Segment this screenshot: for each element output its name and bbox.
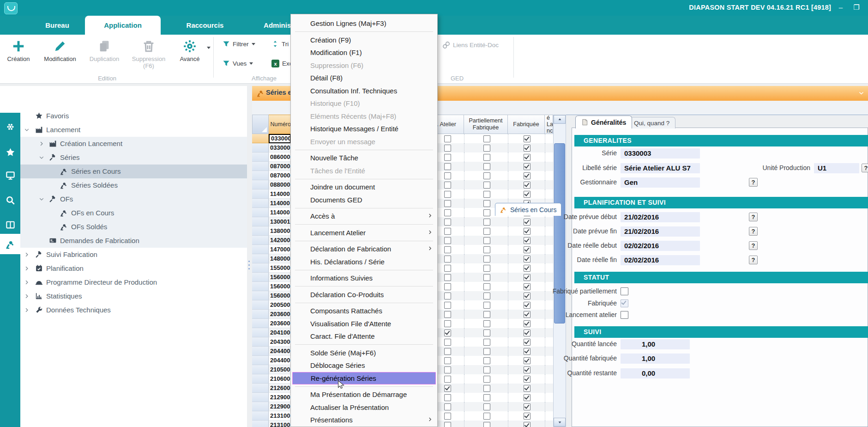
row-selector[interactable]: [252, 152, 269, 162]
toolbar-button-modification[interactable]: Modification: [39, 37, 81, 79]
row-selector[interactable]: [252, 199, 269, 208]
cell-qte[interactable]: [545, 328, 554, 337]
rail-item-columns[interactable]: [0, 214, 20, 235]
checkbox-part[interactable]: [483, 182, 490, 189]
menu-item-lancement-atelier[interactable]: Lancement Atelier: [291, 226, 437, 239]
cell-numero[interactable]: 204400: [269, 356, 291, 365]
checkbox-part[interactable]: [483, 348, 490, 355]
checkbox-part[interactable]: [483, 237, 490, 244]
checkbox-atelier[interactable]: [444, 366, 451, 373]
checkbox-atelier[interactable]: [444, 246, 451, 253]
field-date-prevue-fin[interactable]: 21/02/2016: [621, 226, 700, 237]
checkbox-part[interactable]: [483, 385, 490, 392]
checkbox-part[interactable]: [483, 256, 490, 262]
cell-fab[interactable]: [508, 328, 545, 337]
checkbox-atelier[interactable]: [444, 293, 451, 299]
checkbox-atelier[interactable]: [444, 265, 451, 272]
cell-numero[interactable]: 156000: [269, 282, 291, 291]
checkbox-fab[interactable]: [524, 172, 530, 179]
cell-numero[interactable]: 130001: [269, 217, 291, 226]
cell-fab[interactable]: [508, 254, 545, 263]
checkbox-atelier[interactable]: [444, 320, 451, 327]
cell-numero[interactable]: 088000: [269, 180, 291, 189]
cell-fab[interactable]: [508, 171, 545, 180]
checkbox-fab[interactable]: [524, 145, 530, 152]
checkbox-atelier[interactable]: [444, 145, 451, 152]
cell-fab[interactable]: [508, 226, 545, 236]
checkbox-fab[interactable]: [524, 329, 530, 336]
field-unite-production[interactable]: U1: [814, 163, 859, 173]
row-selector[interactable]: [252, 180, 269, 189]
menu-item-historique-messages-entite[interactable]: Historique Messages / Entité: [291, 122, 437, 135]
field-libelle-serie[interactable]: Série Atelier ALU S7: [621, 163, 700, 173]
row-selector[interactable]: [252, 245, 269, 254]
cell-numero[interactable]: 114000: [269, 189, 291, 199]
checkbox-fab[interactable]: [524, 339, 530, 346]
help-button-date-reelle-debut[interactable]: ?: [749, 241, 758, 250]
cell-part[interactable]: [464, 384, 508, 393]
row-selector[interactable]: [252, 226, 269, 236]
cell-qte[interactable]: [545, 384, 554, 393]
scrollbar-up-arrow[interactable]: [554, 115, 566, 124]
cell-fab[interactable]: [508, 356, 545, 365]
sidebar-item-creation-lancement[interactable]: Création Lancement: [20, 137, 247, 151]
menu-item-composants-rattaches[interactable]: Composants Rattachés: [291, 305, 437, 317]
cell-numero[interactable]: 204400: [269, 347, 291, 356]
cell-fab[interactable]: [508, 162, 545, 171]
row-selector[interactable]: [252, 337, 269, 347]
menu-item-modification-f1[interactable]: Modification (F1): [291, 46, 437, 59]
sidebar-item-programme-directeur-de-production[interactable]: Programme Directeur de Production: [20, 275, 247, 289]
checkbox-atelier[interactable]: [444, 385, 451, 392]
checkbox-part[interactable]: [483, 403, 490, 410]
cell-part[interactable]: [464, 291, 508, 300]
checkbox-part[interactable]: [483, 422, 490, 427]
field-date-reelle-debut[interactable]: 02/02/2016: [621, 241, 700, 251]
cell-part[interactable]: [464, 180, 508, 189]
rail-item-monitor[interactable]: [0, 165, 20, 185]
checkbox-part[interactable]: [483, 366, 490, 373]
cell-fab[interactable]: [508, 217, 545, 226]
menu-item-deblocage-series[interactable]: Déblocage Séries: [291, 359, 437, 372]
cell-numero[interactable]: 212600: [269, 384, 291, 393]
checkbox-atelier[interactable]: [444, 256, 451, 262]
cell-part[interactable]: [464, 310, 508, 319]
checkbox-atelier[interactable]: [444, 228, 451, 235]
row-selector[interactable]: [252, 421, 269, 427]
sidebar-item-series-soldees[interactable]: Séries Soldées: [20, 178, 247, 192]
table-select-all-corner[interactable]: [252, 115, 269, 134]
menu-item-documents-ged[interactable]: Documents GED: [291, 194, 437, 207]
cell-numero[interactable]: 210500: [269, 365, 291, 374]
checkbox-atelier[interactable]: [444, 172, 451, 179]
row-selector[interactable]: [252, 411, 269, 421]
checkbox-atelier[interactable]: [444, 329, 451, 336]
checkbox-atelier[interactable]: [444, 339, 451, 346]
checkbox-part[interactable]: [483, 274, 490, 281]
cell-qte[interactable]: [545, 411, 554, 421]
cell-fab[interactable]: [508, 300, 545, 310]
menu-item-visualisation-file-d-attente[interactable]: Visualisation File d'Attente: [291, 317, 437, 330]
menu-item-creation-f9[interactable]: Création (F9): [291, 34, 437, 47]
cell-part[interactable]: [464, 421, 508, 427]
cell-qte[interactable]: [545, 189, 554, 199]
row-selector[interactable]: [252, 384, 269, 393]
sidebar-item-series[interactable]: Séries: [20, 151, 247, 165]
checkbox-part[interactable]: [483, 329, 490, 336]
checkbox-atelier[interactable]: [444, 413, 451, 420]
cell-part[interactable]: [464, 319, 508, 328]
sidebar-item-lancement[interactable]: Lancement: [20, 123, 247, 137]
checkbox-atelier[interactable]: [444, 376, 451, 383]
cell-part[interactable]: [464, 245, 508, 254]
checkbox-fab[interactable]: [524, 394, 530, 401]
row-selector[interactable]: [252, 282, 269, 291]
cell-numero[interactable]: 212900: [269, 402, 291, 411]
row-selector[interactable]: [252, 365, 269, 374]
checkbox-fab[interactable]: [524, 413, 530, 420]
sidebar-item-statistiques[interactable]: Statistiques: [20, 289, 247, 303]
menu-item-gestion-lignes-maj-f3[interactable]: Gestion Lignes (Maj+F3): [291, 17, 437, 30]
cell-numero[interactable]: 156000: [269, 273, 291, 282]
checkbox-fab[interactable]: [524, 237, 530, 244]
cell-numero[interactable]: 200500: [269, 300, 291, 310]
checkbox-part[interactable]: [483, 219, 490, 226]
cell-fab[interactable]: [508, 347, 545, 356]
rail-item-flower[interactable]: [0, 116, 20, 137]
